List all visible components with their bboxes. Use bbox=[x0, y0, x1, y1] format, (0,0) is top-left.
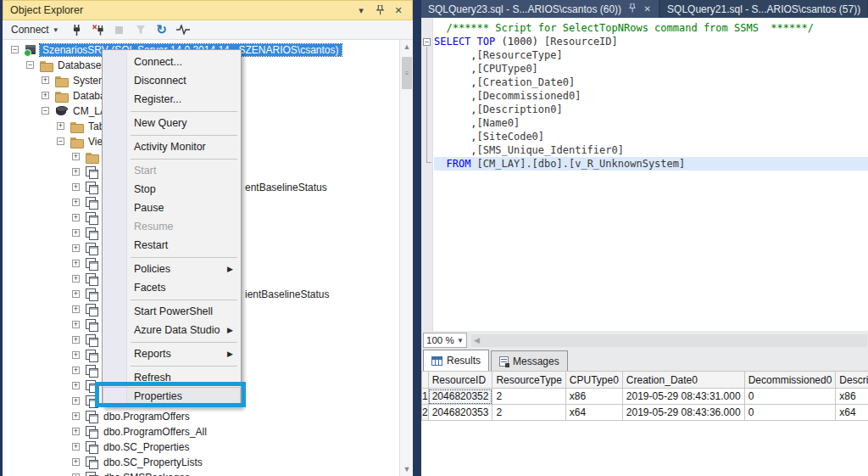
scroll-down-icon[interactable]: ▼ bbox=[400, 462, 414, 476]
grid-column-header-creation-date0[interactable]: Creation_Date0 bbox=[622, 372, 744, 389]
pin-icon[interactable] bbox=[373, 3, 387, 17]
grid-cell[interactable]: 2019-05-29 08:43:31.000 bbox=[622, 389, 744, 405]
expand-icon[interactable]: + bbox=[72, 428, 80, 435]
expand-icon[interactable]: + bbox=[72, 305, 80, 313]
menu-item-start-powershell[interactable]: Start PowerShell bbox=[103, 302, 241, 321]
menu-item-restart[interactable]: Restart bbox=[103, 236, 241, 255]
tab-sqlquery23[interactable]: SQLQuery23.sql - S...ARIOS\csantos (60))… bbox=[421, 0, 659, 18]
expand-icon[interactable]: + bbox=[72, 321, 80, 328]
expand-icon[interactable]: + bbox=[72, 244, 80, 252]
grid-cell[interactable]: x64 bbox=[836, 405, 868, 421]
grid-cell[interactable]: x86 bbox=[836, 389, 868, 405]
code-token: [ResourceID] bbox=[544, 36, 618, 48]
expand-icon[interactable]: + bbox=[72, 443, 80, 451]
connect-button[interactable]: Connect ▼ bbox=[8, 22, 63, 37]
connect-object-explorer-icon[interactable] bbox=[70, 23, 84, 36]
tab-sqlquery21[interactable]: SQLQuery21.sql - S...ARIOS\csantos (57)) bbox=[660, 0, 867, 18]
menu-item-new-query[interactable]: New Query bbox=[103, 114, 241, 132]
grid-cell[interactable]: 2019-05-29 08:43:36.000 bbox=[622, 405, 744, 421]
expand-icon[interactable]: + bbox=[72, 199, 80, 206]
tab-messages[interactable]: Messages bbox=[491, 350, 568, 371]
scroll-up-icon[interactable]: ▲ bbox=[400, 40, 414, 53]
grid-column-header-description0[interactable]: Description0 bbox=[836, 372, 868, 389]
expand-icon[interactable]: + bbox=[72, 183, 80, 191]
menu-item-facets[interactable]: Facets bbox=[103, 278, 241, 297]
pane-splitter[interactable] bbox=[413, 0, 421, 476]
grid-cell[interactable]: 2 bbox=[492, 389, 565, 405]
grid-cell[interactable]: x86 bbox=[565, 389, 622, 405]
collapse-icon[interactable]: − bbox=[42, 107, 49, 115]
expand-icon[interactable]: + bbox=[42, 92, 49, 99]
tab-results[interactable]: Results bbox=[423, 350, 489, 371]
expand-icon[interactable]: + bbox=[57, 122, 64, 130]
scrollbar-thumb[interactable]: ≡ bbox=[402, 57, 412, 89]
menu-item-register[interactable]: Register... bbox=[103, 90, 241, 109]
grid-cell[interactable]: 0 bbox=[744, 389, 836, 405]
view-icon bbox=[86, 243, 98, 255]
menu-item-stop[interactable]: Stop bbox=[103, 180, 241, 199]
grid-row-number[interactable]: 1 bbox=[422, 389, 429, 405]
close-icon[interactable]: ✕ bbox=[392, 3, 405, 17]
grid-cell[interactable]: 2 bbox=[492, 405, 565, 421]
expand-icon[interactable]: + bbox=[72, 367, 80, 374]
menu-item-pause[interactable]: Pause bbox=[103, 199, 241, 217]
refresh-icon[interactable]: ↻ bbox=[155, 23, 169, 36]
editor-horizontal-scrollbar[interactable]: ◀ bbox=[471, 334, 867, 347]
expand-icon[interactable]: + bbox=[42, 76, 49, 84]
expand-icon[interactable]: + bbox=[72, 290, 80, 298]
sql-editor[interactable]: − /****** Script for SelectTopNRows comm… bbox=[421, 18, 868, 331]
tree-vertical-scrollbar[interactable]: ▲ ≡ ▼ bbox=[399, 40, 413, 476]
menu-item-disconnect[interactable]: Disconnect bbox=[103, 71, 241, 90]
menu-item-policies[interactable]: Policies▶ bbox=[103, 260, 241, 278]
grid-column-header-decommissioned0[interactable]: Decommissioned0 bbox=[744, 372, 836, 389]
expand-icon[interactable]: + bbox=[72, 260, 80, 267]
menu-item-activity-monitor[interactable]: Activity Monitor bbox=[103, 137, 241, 156]
grid-cell[interactable]: x64 bbox=[565, 405, 622, 421]
tree-item-dbo-programoffers[interactable]: +dbo.ProgramOffers bbox=[3, 409, 401, 424]
grid-row-number-header[interactable] bbox=[422, 372, 429, 389]
expand-icon[interactable]: + bbox=[72, 214, 80, 221]
collapse-icon[interactable]: − bbox=[26, 61, 34, 69]
folder-icon bbox=[55, 90, 68, 102]
tab-pin-icon[interactable] bbox=[627, 3, 637, 14]
expand-icon[interactable]: + bbox=[72, 336, 80, 344]
grid-column-header-resourceid[interactable]: ResourceID bbox=[428, 372, 492, 389]
tree-item-dbo-sc-properties[interactable]: +dbo.SC_Properties bbox=[3, 440, 401, 455]
expand-icon[interactable]: + bbox=[72, 382, 80, 389]
grid-cell[interactable]: 0 bbox=[744, 405, 836, 421]
window-position-icon[interactable]: ▾ bbox=[354, 3, 368, 17]
expand-icon[interactable]: + bbox=[72, 458, 80, 466]
object-explorer-titlebar[interactable]: Object Explorer ▾ ✕ bbox=[3, 0, 413, 20]
collapse-icon[interactable]: − bbox=[57, 137, 64, 145]
tree-item-dbo-smspackages[interactable]: +dbo.SMSPackages bbox=[3, 470, 401, 476]
grid-row-number[interactable]: 2 bbox=[422, 405, 429, 421]
menu-item-azure-data-studio[interactable]: Azure Data Studio▶ bbox=[103, 321, 241, 339]
expand-icon[interactable]: + bbox=[72, 229, 80, 237]
expand-icon[interactable]: + bbox=[72, 168, 80, 176]
zoom-level-select[interactable]: 100 % ▼ bbox=[423, 333, 467, 348]
grid-cell[interactable]: 2046820352 bbox=[428, 389, 492, 405]
grid-column-header-resourcetype[interactable]: ResourceType bbox=[492, 372, 565, 389]
expand-icon[interactable]: + bbox=[72, 351, 80, 359]
results-grid[interactable]: ResourceIDResourceTypeCPUType0Creation_D… bbox=[421, 371, 868, 421]
view-icon bbox=[86, 334, 98, 346]
code-token bbox=[434, 158, 446, 170]
fold-collapse-icon[interactable]: − bbox=[423, 38, 431, 46]
activity-monitor-icon[interactable] bbox=[176, 23, 190, 36]
code-token: , bbox=[434, 117, 477, 129]
collapse-icon[interactable]: − bbox=[11, 46, 19, 53]
tree-item-dbo-sc-propertylists[interactable]: +dbo.SC_PropertyLists bbox=[3, 455, 401, 470]
scroll-left-icon[interactable]: ◀ bbox=[474, 336, 480, 344]
menu-item-reports[interactable]: Reports▶ bbox=[103, 344, 241, 363]
grid-column-header-cputype0[interactable]: CPUType0 bbox=[565, 372, 622, 389]
expand-icon[interactable]: + bbox=[72, 412, 80, 420]
menu-item-connect[interactable]: Connect... bbox=[103, 53, 241, 71]
disconnect-icon[interactable] bbox=[92, 23, 105, 36]
menu-item-label: Connect... bbox=[134, 56, 182, 68]
expand-icon[interactable]: + bbox=[72, 397, 80, 405]
grid-cell[interactable]: 2046820353 bbox=[428, 405, 492, 421]
tab-close-icon[interactable]: ✕ bbox=[643, 4, 652, 14]
expand-icon[interactable]: + bbox=[72, 153, 80, 160]
expand-icon[interactable]: + bbox=[72, 275, 80, 283]
tree-item-dbo-programoffers-all[interactable]: +dbo.ProgramOffers_All bbox=[3, 424, 401, 440]
